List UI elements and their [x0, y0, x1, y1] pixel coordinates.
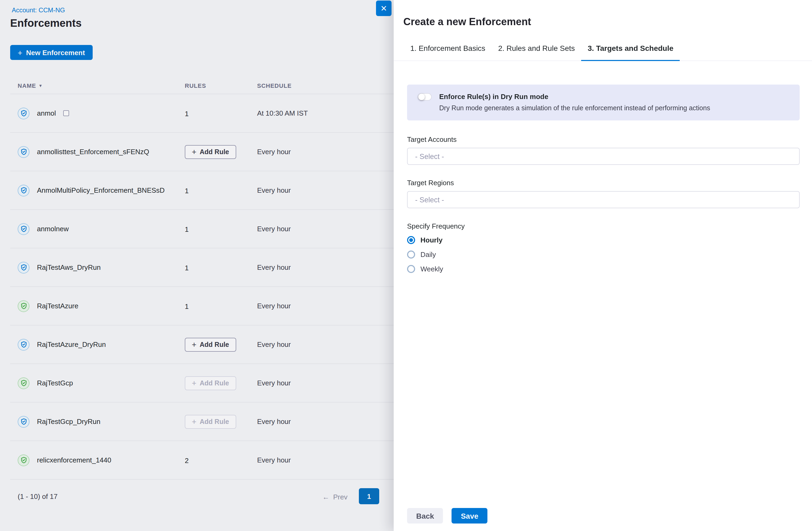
frequency-option-daily[interactable]: Daily: [407, 251, 800, 259]
radio-icon: [407, 265, 415, 273]
back-button[interactable]: Back: [407, 508, 443, 523]
dry-run-toggle[interactable]: [418, 93, 432, 101]
tab-enforcement-basics[interactable]: 1. Enforcement Basics: [404, 44, 492, 61]
target-accounts-select[interactable]: - Select -: [407, 148, 800, 165]
radio-icon: [407, 236, 415, 244]
dry-run-title: Enforce Rule(s) in Dry Run mode: [439, 93, 710, 101]
drawer-body: Enforce Rule(s) in Dry Run mode Dry Run …: [394, 61, 812, 508]
specify-frequency-label: Specify Frequency: [407, 222, 800, 230]
app-viewport: Account: CCM-NG Enforcements + New Enfor…: [0, 0, 812, 531]
drawer-title: Create a new Enforcement: [403, 16, 799, 28]
tab-targets-and-schedule[interactable]: 3. Targets and Schedule: [581, 44, 680, 61]
radio-icon: [407, 251, 415, 259]
dry-run-description: Dry Run mode generates a simulation of t…: [439, 104, 710, 112]
drawer-close-button[interactable]: ✕: [376, 1, 392, 16]
frequency-option-hourly[interactable]: Hourly: [407, 236, 800, 244]
target-regions-label: Target Regions: [407, 179, 800, 187]
frequency-option-weekly[interactable]: Weekly: [407, 265, 800, 273]
target-regions-select[interactable]: - Select -: [407, 191, 800, 208]
dry-run-banner: Enforce Rule(s) in Dry Run mode Dry Run …: [407, 85, 800, 120]
create-enforcement-drawer: Create a new Enforcement 1. Enforcement …: [394, 0, 812, 531]
drawer-footer: Back Save: [394, 508, 812, 531]
drawer-tabs: 1. Enforcement Basics 2. Rules and Rule …: [394, 44, 812, 61]
toggle-knob: [418, 94, 425, 100]
close-icon: ✕: [380, 4, 387, 13]
tab-rules-and-rule-sets[interactable]: 2. Rules and Rule Sets: [492, 44, 581, 61]
target-accounts-label: Target Accounts: [407, 135, 800, 144]
save-button[interactable]: Save: [452, 508, 488, 523]
